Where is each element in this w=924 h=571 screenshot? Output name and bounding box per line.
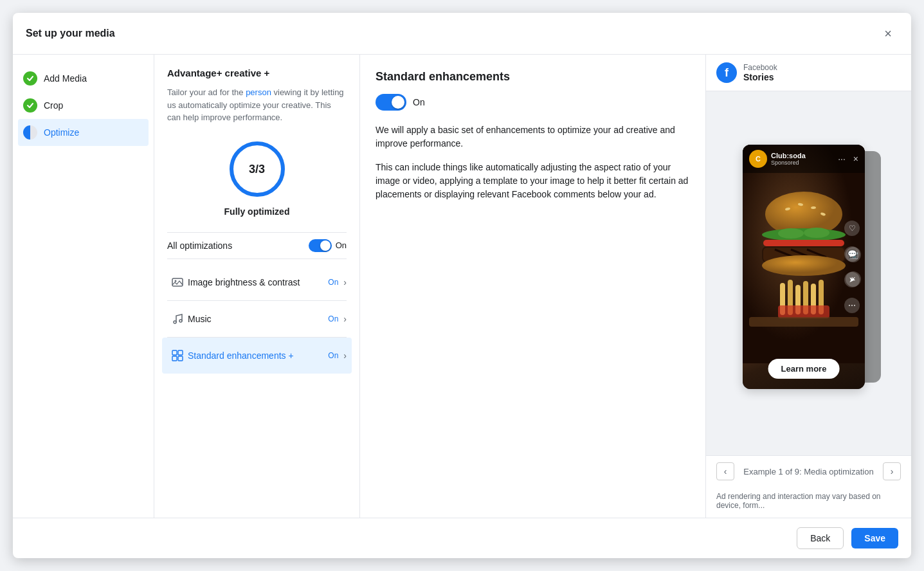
svg-point-5: [179, 320, 182, 322]
svg-rect-8: [172, 356, 177, 361]
opt-item-music[interactable]: Music On ›: [167, 301, 347, 338]
advantage-panel: Advantage+ creative + Tailor your ad for…: [154, 55, 360, 518]
sidebar-item-label-crop: Crop: [44, 100, 63, 111]
all-optimizations-row: All optimizations On: [167, 232, 347, 259]
sidebar-item-add-media[interactable]: Add Media: [13, 65, 154, 92]
svg-point-3: [175, 280, 177, 282]
svg-rect-7: [178, 350, 183, 355]
phone-meta: Club:soda Sponsored: [771, 152, 834, 166]
phone-ad-header: C Club:soda Sponsored ··· ×: [743, 145, 865, 173]
sidebar-item-label-optimize: Optimize: [44, 127, 79, 138]
nav-prev-button[interactable]: ‹: [716, 462, 734, 480]
svg-rect-9: [178, 356, 183, 361]
opt-badge-music: On: [328, 314, 338, 323]
all-optimizations-label: All optimizations: [167, 240, 232, 251]
person-link[interactable]: person: [246, 87, 271, 97]
preview-nav: ‹ Example 1 of 9: Media optimization ›: [706, 455, 911, 487]
opt-item-brightness[interactable]: Image brightness & contrast On ›: [167, 264, 347, 301]
sidebar-item-optimize[interactable]: Optimize: [18, 119, 149, 146]
right-icons: ♡ 💬 ➤ ⋯: [844, 221, 860, 313]
standard-toggle-row: On: [376, 94, 690, 111]
nav-label: Example 1 of 9: Media optimization: [743, 467, 873, 476]
close-button[interactable]: ×: [878, 23, 898, 44]
svg-rect-19: [763, 240, 844, 246]
opt-item-standard[interactable]: Standard enhancements + On ›: [162, 338, 352, 374]
svg-rect-6: [172, 350, 177, 355]
svg-rect-32: [778, 305, 829, 318]
opt-item-label-standard: Standard enhancements +: [188, 350, 328, 361]
save-button[interactable]: Save: [851, 528, 898, 548]
progress-container: 3/3 Fully optimized: [167, 137, 347, 217]
share-icon: ➤: [844, 272, 860, 287]
svg-point-16: [762, 228, 846, 241]
progress-label: Fully optimized: [224, 206, 290, 217]
comment-icon: 💬: [844, 246, 860, 262]
svg-point-4: [174, 321, 176, 323]
chevron-icon-music: ›: [343, 314, 347, 324]
sidebar: Add Media Crop Optimize: [13, 55, 154, 518]
sidebar-item-crop[interactable]: Crop: [13, 92, 154, 119]
setup-media-modal: Set up your media × Add Media Crop Optim…: [13, 13, 911, 558]
advertiser-name: Club:soda: [771, 152, 834, 159]
facebook-icon: f: [716, 62, 737, 83]
preview-platform: Facebook: [743, 63, 777, 72]
svg-point-17: [778, 228, 804, 239]
nav-next-button[interactable]: ›: [883, 462, 901, 480]
svg-point-25: [762, 255, 846, 276]
half-circle-icon: [23, 125, 37, 140]
preview-meta: Facebook Stories: [743, 63, 777, 82]
advantage-title: Advantage+ creative +: [167, 68, 347, 78]
check-icon-add-media: [23, 71, 37, 86]
learn-more-button[interactable]: Learn more: [768, 359, 840, 379]
main-content: Standard enhancements On We will apply a…: [360, 55, 705, 518]
chevron-icon-brightness: ›: [343, 277, 347, 287]
check-icon-crop: [23, 98, 37, 113]
preview-header: f Facebook Stories: [706, 55, 911, 91]
svg-rect-2: [172, 278, 183, 286]
heart-icon: ♡: [844, 221, 860, 236]
standard-enhancements-title: Standard enhancements: [376, 70, 690, 84]
opt-badge-brightness: On: [328, 278, 338, 287]
opt-badge-standard: On: [328, 351, 338, 360]
modal-title: Set up your media: [26, 28, 115, 39]
phone-mockup: C Club:soda Sponsored ··· ×: [743, 145, 865, 389]
svg-point-18: [804, 228, 829, 238]
all-optimizations-toggle[interactable]: [309, 239, 332, 252]
opt-item-label-brightness: Image brightness & contrast: [188, 277, 328, 287]
progress-fraction: 3/3: [249, 162, 265, 176]
advertiser-avatar: C: [749, 150, 767, 168]
all-optimizations-toggle-row: On: [309, 239, 347, 252]
dots-icon: ···: [838, 154, 846, 164]
preview-image-area: C Club:soda Sponsored ··· ×: [706, 91, 911, 455]
preview-panel: f Facebook Stories C Club:soda: [705, 55, 911, 518]
all-optimizations-on-label: On: [336, 240, 347, 250]
preview-footer-note: Ad rendering and interaction may vary ba…: [706, 487, 911, 518]
modal-header: Set up your media ×: [13, 13, 911, 55]
standard-toggle[interactable]: [376, 94, 406, 111]
toggle-lg-thumb: [392, 96, 404, 109]
more-icon: ⋯: [844, 298, 860, 313]
back-button[interactable]: Back: [797, 527, 844, 549]
chevron-icon-standard: ›: [343, 350, 347, 361]
phone-ad-image: 📷 × ♡ 💬 ➤ ⋯ Learn more: [743, 145, 865, 389]
modal-footer: Back Save: [13, 518, 911, 558]
standard-desc-1: We will apply a basic set of enhancement…: [376, 123, 690, 150]
standard-desc-2: This can include things like automatical…: [376, 161, 690, 201]
svg-rect-33: [749, 317, 858, 327]
modal-body: Add Media Crop Optimize Advantage+ creat…: [13, 55, 911, 518]
phone-close-icon: ×: [853, 154, 858, 164]
music-icon: [167, 309, 188, 329]
sponsored-label: Sponsored: [771, 159, 834, 166]
advantage-description: Tailor your ad for the person viewing it…: [167, 86, 347, 124]
advantage-desc-pre: Tailor your ad for the: [167, 87, 246, 97]
image-icon: [167, 272, 188, 293]
progress-circle: 3/3: [225, 137, 289, 201]
preview-placement: Stories: [743, 72, 777, 82]
toggle-thumb: [320, 240, 331, 251]
grid-icon: [167, 345, 188, 366]
sidebar-item-label-add-media: Add Media: [44, 73, 87, 84]
standard-on-label: On: [413, 97, 425, 107]
opt-item-label-music: Music: [188, 314, 328, 324]
